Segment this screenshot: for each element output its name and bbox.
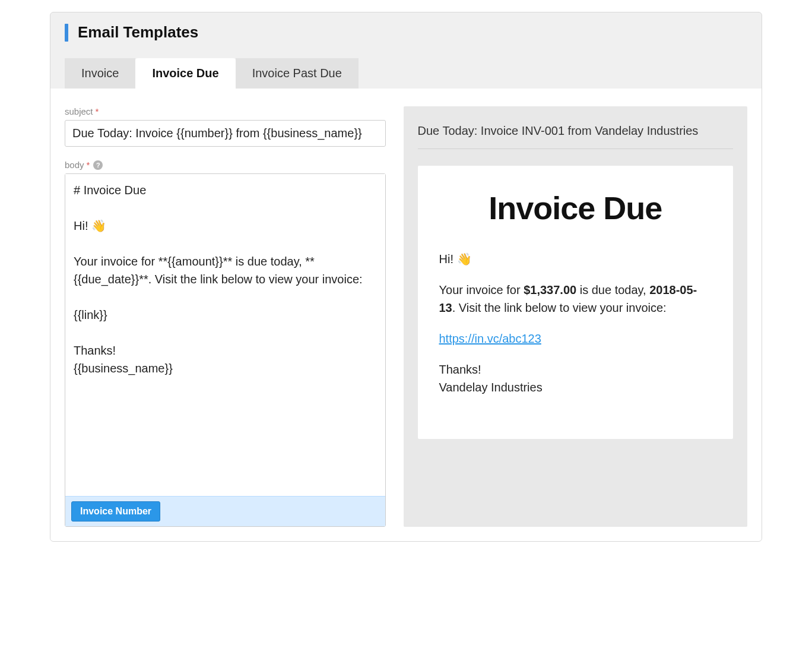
preview-line-prefix: Your invoice for	[439, 283, 524, 296]
editor-column: subject* body* ? # Invoice Due Hi! 👋 You…	[65, 106, 386, 527]
preview-signoff: Thanks! Vandelay Industries	[439, 361, 712, 396]
required-mark: *	[87, 160, 90, 170]
preview-greeting: Hi! 👋	[439, 250, 712, 268]
preview-link-row: https://in.vc/abc123	[439, 330, 712, 347]
preview-heading: Invoice Due	[439, 189, 712, 226]
panel-header: Email Templates	[50, 12, 762, 42]
preview-thanks: Thanks!	[439, 363, 481, 376]
tab-invoice-past-due[interactable]: Invoice Past Due	[236, 58, 359, 89]
accent-bar	[65, 24, 68, 42]
preview-line-mid: is due today,	[576, 283, 649, 296]
subject-input[interactable]	[65, 120, 386, 147]
tab-invoice[interactable]: Invoice	[65, 58, 135, 89]
help-icon[interactable]: ?	[93, 160, 103, 170]
preview-column: Due Today: Invoice INV-001 from Vandelay…	[404, 106, 748, 527]
preview-amount: $1,337.00	[524, 283, 576, 296]
body-editor: # Invoice Due Hi! 👋 Your invoice for **{…	[65, 173, 386, 527]
insert-invoice-number-button[interactable]: Invoice Number	[71, 501, 160, 522]
body-textarea[interactable]: # Invoice Due Hi! 👋 Your invoice for **{…	[65, 174, 385, 496]
tab-invoice-due[interactable]: Invoice Due	[135, 58, 235, 89]
required-mark: *	[96, 106, 99, 116]
subject-label: subject	[65, 106, 93, 116]
body-toolbar: Invoice Number	[65, 496, 385, 526]
preview-line-suffix: . Visit the link below to view your invo…	[452, 301, 667, 314]
email-templates-panel: Email Templates Invoice Invoice Due Invo…	[50, 12, 762, 542]
preview-body: Hi! 👋 Your invoice for $1,337.00 is due …	[439, 250, 712, 396]
preview-main-line: Your invoice for $1,337.00 is due today,…	[439, 281, 712, 317]
content-area: subject* body* ? # Invoice Due Hi! 👋 You…	[50, 89, 762, 541]
subject-label-row: subject*	[65, 106, 386, 116]
preview-card: Invoice Due Hi! 👋 Your invoice for $1,33…	[418, 166, 734, 439]
preview-link[interactable]: https://in.vc/abc123	[439, 332, 541, 345]
body-label: body	[65, 160, 84, 170]
preview-subject: Due Today: Invoice INV-001 from Vandelay…	[418, 124, 734, 149]
preview-business: Vandelay Industries	[439, 381, 543, 394]
tabs: Invoice Invoice Due Invoice Past Due	[65, 58, 747, 89]
body-label-row: body* ?	[65, 160, 386, 170]
page-title: Email Templates	[78, 23, 198, 42]
